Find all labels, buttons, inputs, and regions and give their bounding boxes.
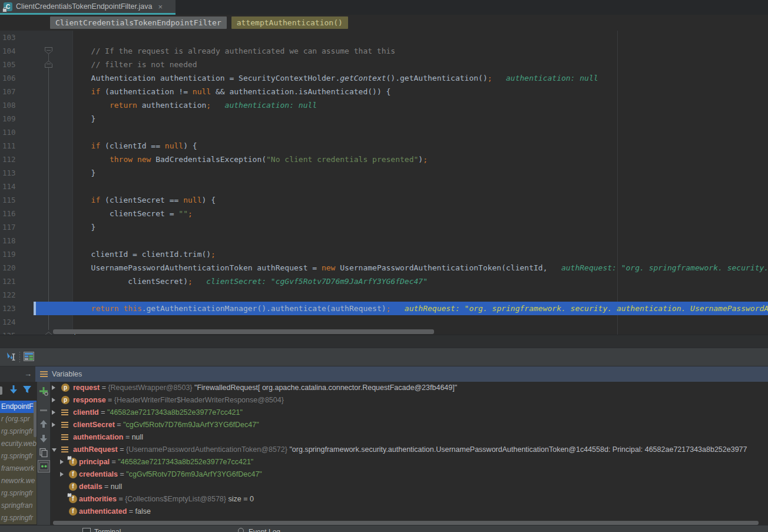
line-number[interactable]: 125 — [2, 329, 16, 335]
variable-value: "cgGvf5Rotv7D76m9JaArfY3YG6fDec47" — [123, 421, 259, 429]
line-number[interactable]: 110 — [2, 125, 16, 139]
code-line[interactable]: clientSecret); clientSecret: "cgGvf5Rotv… — [54, 275, 428, 288]
code-line[interactable]: clientId = clientId.trim(); — [54, 247, 216, 261]
line-number[interactable]: 115 — [2, 193, 16, 207]
frame-row[interactable]: framework — [0, 462, 37, 475]
code-line[interactable]: // filter is not needed — [54, 58, 197, 71]
frame-row[interactable]: springfran — [0, 500, 37, 512]
variable-row[interactable]: presponse = {HeaderWriterFilter$HeaderWr… — [51, 394, 768, 407]
execution-code-line[interactable]: return this.getAuthenticationManager().a… — [54, 302, 768, 315]
code-line[interactable]: return authentication; authentication: n… — [54, 98, 317, 112]
variable-row[interactable]: prequest = {RequestWrapper@8503} "Firewa… — [51, 382, 768, 394]
move-up-icon[interactable] — [39, 419, 48, 429]
fold-marker-icon[interactable] — [45, 61, 52, 68]
sort-down-icon[interactable] — [9, 385, 18, 396]
line-number[interactable]: 105 — [2, 58, 16, 71]
code-line[interactable]: UsernamePasswordAuthenticationToken auth… — [54, 261, 768, 275]
code-line[interactable]: if (clientId == null) { — [54, 139, 197, 153]
line-number[interactable]: 109 — [2, 112, 16, 125]
code-line[interactable]: } — [54, 220, 95, 234]
editor-horizontal-scrollbar[interactable] — [53, 329, 434, 334]
restore-layout-icon[interactable] — [24, 352, 35, 364]
terminal-toolwindow-button[interactable]: Terminal — [94, 528, 121, 532]
variable-row[interactable]: authentication = null — [51, 431, 768, 444]
code-line[interactable]: throw new BadCredentialsException("No cl… — [54, 153, 428, 166]
variable-row[interactable]: fdetails = null — [51, 481, 768, 493]
variables-horizontal-scrollbar[interactable] — [53, 521, 759, 525]
line-number[interactable]: 119 — [2, 247, 16, 261]
line-number[interactable]: 118 — [2, 234, 16, 247]
line-number[interactable]: 124 — [2, 315, 16, 329]
variable-row[interactable]: fauthenticated = false — [51, 505, 768, 518]
code-line[interactable]: clientSecret = ""; — [54, 207, 193, 220]
variable-row[interactable]: clientId = "46582ae7217343a8b252e3977e7c… — [51, 407, 768, 419]
frame-row[interactable]: rg.springfr — [0, 512, 37, 524]
frame-row-selected[interactable]: EndpointF — [0, 401, 37, 413]
variable-row[interactable]: authRequest = {UsernamePasswordAuthentic… — [51, 444, 768, 456]
remove-watch-icon[interactable] — [39, 405, 48, 415]
collapse-arrow-icon[interactable] — [52, 448, 57, 452]
expand-arrow-icon[interactable] — [52, 385, 55, 390]
line-number[interactable]: 116 — [2, 207, 16, 220]
variable-row[interactable]: fcredentials = "cgGvf5Rotv7D76m9JaArfY3Y… — [51, 468, 768, 481]
expand-arrow-icon[interactable] — [60, 472, 64, 477]
code-line[interactable]: Authentication authentication = Security… — [54, 71, 598, 85]
variable-row[interactable]: clientSecret = "cgGvf5Rotv7D76m9JaArfY3Y… — [51, 419, 768, 431]
frame-row[interactable]: nework.we — [0, 475, 37, 487]
line-number[interactable]: 122 — [2, 288, 16, 302]
variable-row[interactable]: fprincipal = "46582ae7217343a8b252e3977e… — [51, 456, 768, 468]
line-number[interactable]: 104 — [2, 44, 16, 58]
frame-row[interactable]: rg.springfr — [0, 450, 37, 462]
line-number[interactable]: 113 — [2, 166, 16, 180]
line-number[interactable]: 123 — [2, 302, 16, 315]
code-line[interactable]: } — [54, 112, 95, 125]
code-editor[interactable]: 1031041051061071081091101111121131141151… — [0, 31, 768, 335]
expand-arrow-icon[interactable] — [52, 410, 55, 415]
line-number[interactable]: 121 — [2, 275, 16, 288]
tab-close-icon[interactable]: × — [158, 3, 163, 11]
frames-restore-cell[interactable]: → — [0, 366, 35, 382]
frame-row[interactable]: rg.springfr — [0, 425, 37, 438]
line-number[interactable]: 114 — [2, 180, 16, 193]
line-number[interactable]: 103 — [2, 31, 16, 44]
line-number[interactable]: 112 — [2, 153, 16, 166]
code-line[interactable]: // If the request is already authenticat… — [54, 44, 395, 58]
add-watch-icon[interactable] — [39, 386, 48, 396]
duplicate-icon[interactable] — [39, 448, 48, 457]
expand-arrow-icon[interactable] — [52, 398, 55, 402]
line-number[interactable]: 107 — [2, 85, 16, 98]
code-line[interactable]: if (authentication != null && authentica… — [54, 85, 390, 98]
line-number[interactable]: 117 — [2, 220, 16, 234]
expand-arrow-icon[interactable] — [60, 460, 64, 464]
fold-marker-icon[interactable] — [45, 47, 52, 54]
frames-panel[interactable]: EndpointFr (org.sprrg.springfrecurity.we… — [0, 382, 37, 525]
frame-row[interactable]: ecurity.web — [0, 438, 37, 450]
code-line[interactable]: } — [54, 166, 95, 180]
frame-row[interactable]: r (org.spr — [0, 413, 37, 425]
restore-frames-view-icon[interactable]: → — [24, 369, 32, 379]
event-log-toolwindow-button[interactable]: Event Log — [249, 528, 280, 532]
variable-name: authorities — [79, 495, 117, 503]
code-line[interactable]: if (clientSecret == null) { — [54, 193, 216, 207]
filter-icon[interactable] — [22, 385, 32, 396]
breadcrumb-class-chip[interactable]: ClientCredentialsTokenEndpointFilter — [50, 16, 227, 29]
variables-header[interactable]: Variables — [35, 366, 768, 382]
variable-row[interactable]: fauthorities = {Collections$EmptyList@85… — [51, 493, 768, 505]
line-number[interactable]: 111 — [2, 139, 16, 153]
variable-name: clientId — [73, 408, 99, 417]
fold-marker-icon[interactable] — [45, 332, 52, 335]
line-number[interactable]: 108 — [2, 98, 16, 112]
variable-value: {HeaderWriterFilter$HeaderWriterResponse… — [114, 396, 284, 404]
editor-tab[interactable]: C ClientCredentialsTokenEndpointFilter.j… — [0, 0, 176, 15]
variables-panel[interactable]: prequest = {RequestWrapper@8503} "Firewa… — [51, 382, 768, 521]
breadcrumb-method-chip[interactable]: attemptAuthentication() — [231, 16, 348, 29]
line-number[interactable]: 106 — [2, 71, 16, 85]
local-variable-icon — [61, 445, 70, 454]
frame-row[interactable]: rg.springfr — [0, 487, 37, 500]
expand-arrow-icon[interactable] — [52, 422, 55, 427]
show-execution-point-icon[interactable] — [5, 351, 16, 363]
show-values-inline-icon[interactable] — [38, 460, 49, 472]
move-down-icon[interactable] — [39, 434, 48, 443]
java-class-lock-icon: C — [4, 2, 12, 11]
line-number[interactable]: 120 — [2, 261, 16, 275]
